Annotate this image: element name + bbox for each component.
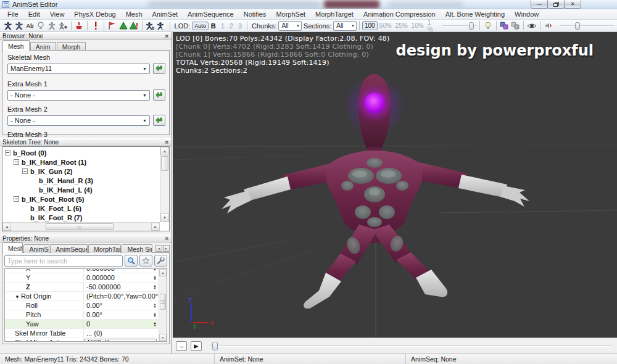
lod-3-button[interactable]: 3 <box>236 22 244 30</box>
soft-body-generate-icon[interactable] <box>129 21 139 31</box>
tree-vertical-scrollbar[interactable]: ▲ ▼ <box>160 147 169 222</box>
chunks-select[interactable]: All▼ <box>278 21 302 31</box>
tree-node-b-ik-foot-r[interactable]: b_IK_Foot_R (7) <box>2 213 159 222</box>
tab-prop-mesh-simp[interactable]: Mesh Simp <box>122 244 152 253</box>
tree-node-b-ik-gun[interactable]: b_IK_Gun (2) <box>2 167 159 176</box>
menu-morphtarget[interactable]: MorphTarget <box>310 9 358 20</box>
spinner-icon[interactable]: ▲▼ <box>152 303 158 308</box>
menu-physx-debug[interactable]: PhysX Debug <box>69 9 120 20</box>
properties-pane-header[interactable]: Properties: None ✕ <box>0 234 172 242</box>
property-row-rot-origin[interactable]: ▼Rot Origin (Pitch=0.00°,Yaw=0.00°,Roll <box>5 292 158 301</box>
property-row-pitch[interactable]: Pitch 0.00° ▲▼ <box>5 310 158 320</box>
clothing-flag-icon[interactable] <box>107 21 117 31</box>
tab-prop-morphtarget[interactable]: MorphTarget <box>88 244 121 253</box>
tab-scroll-right-icon[interactable]: ► <box>163 245 170 252</box>
restore-button[interactable] <box>547 0 565 9</box>
lod-1-button[interactable]: 1 <box>218 22 227 30</box>
collapse-icon[interactable] <box>22 168 28 174</box>
spinner-icon[interactable]: ▲▼ <box>152 284 158 289</box>
property-row-x[interactable]: X 0.000000 ▲▼ <box>5 268 158 273</box>
collapse-icon[interactable] <box>5 150 10 155</box>
bone-weight-clear-icon[interactable] <box>157 21 167 31</box>
tree-node-b-ik-hand-r[interactable]: b_IK_Hand_R (3) <box>2 176 159 185</box>
scrollbar-thumb[interactable]: ||| <box>46 223 114 230</box>
property-row-roll[interactable]: Roll 0.00° ▲▼ <box>5 301 158 310</box>
notifies-icon[interactable] <box>91 21 101 31</box>
show-raw-animation-icon[interactable] <box>58 21 68 31</box>
scrollbar-thumb[interactable] <box>160 294 166 310</box>
menu-mesh[interactable]: Mesh <box>121 9 147 20</box>
loop-toggle-button[interactable]: → <box>176 341 187 351</box>
menu-file[interactable]: File <box>2 9 23 20</box>
browser-pane-header[interactable]: Browser: None ✕ <box>0 32 172 40</box>
tab-morph[interactable]: Morph <box>57 42 86 51</box>
property-row-z[interactable]: Z -50.000000 ▲▼ <box>5 283 158 292</box>
bone-weight-view-icon[interactable]: b <box>146 21 155 31</box>
copy-transforms-disabled-icon[interactable] <box>510 21 520 31</box>
menu-morphset[interactable]: MorphSet <box>271 9 310 20</box>
tree-node-b-root[interactable]: b_Root (0) <box>2 148 159 157</box>
timeline-thumb[interactable] <box>212 342 218 350</box>
menu-animation-compression[interactable]: Animation Compression <box>358 9 441 20</box>
tab-anim[interactable]: Anim <box>30 42 56 51</box>
skeletal-mesh-select[interactable]: ManEnemy11▼ <box>7 64 150 74</box>
copy-transforms-icon[interactable] <box>500 21 510 31</box>
zoom-100-button[interactable]: 100 <box>362 21 378 30</box>
minimize-button[interactable]: — <box>531 0 548 9</box>
tree-horizontal-scrollbar[interactable]: ◄ ||| ► <box>2 222 160 231</box>
spinner-icon[interactable]: ▲▼ <box>152 275 158 280</box>
tree-node-b-ik-hand-root[interactable]: b_IK_Hand_Root (1) <box>2 157 159 167</box>
timeline-slider[interactable] <box>210 341 614 351</box>
collapse-icon[interactable] <box>14 196 19 202</box>
tab-prop-animset[interactable]: AnimSet <box>23 244 49 253</box>
scroll-up-icon[interactable]: ▲ <box>159 269 167 276</box>
lod-2-button[interactable]: 2 <box>227 22 236 30</box>
lod-base-button[interactable]: B <box>209 22 218 30</box>
zoom-1-button[interactable]: 1 % <box>426 19 439 33</box>
lighting-bulb-icon[interactable] <box>483 21 493 31</box>
show-skeleton-icon[interactable] <box>3 21 13 31</box>
spinner-icon[interactable]: ▲▼ <box>152 321 158 326</box>
use-selected-asset-button[interactable] <box>153 115 165 126</box>
zoom-10-button[interactable]: 10% <box>410 22 426 29</box>
menu-window[interactable]: Window <box>510 9 544 20</box>
use-selected-asset-button[interactable] <box>153 89 165 101</box>
tab-prop-animsequence[interactable]: AnimSequence <box>50 244 88 253</box>
property-row-y[interactable]: Y 0.000000 ▲▼ <box>5 273 158 283</box>
scroll-up-icon[interactable]: ▲ <box>160 147 169 155</box>
scroll-down-icon[interactable]: ▼ <box>159 334 167 341</box>
camera-follow-eye-icon[interactable] <box>527 21 537 31</box>
close-button[interactable]: ✕ <box>564 0 581 9</box>
playback-speed-slider[interactable] <box>560 21 615 31</box>
property-row-skel-mirror-axis[interactable]: Skel Mirror Axis AXIS_X▼ <box>5 338 158 342</box>
spinner-icon[interactable]: ▲▼ <box>152 312 158 317</box>
extra-mesh-2-select[interactable]: - None -▼ <box>7 115 150 126</box>
menu-notifies[interactable]: Notifies <box>239 9 271 20</box>
collapse-icon[interactable] <box>14 159 19 165</box>
scrollbar-thumb[interactable] <box>161 156 168 171</box>
advanced-wrench-icon[interactable] <box>154 255 167 267</box>
zoom-50-button[interactable]: 50% <box>378 22 394 29</box>
bone-labels-icon[interactable]: Ab <box>25 21 35 31</box>
grid-vertical-scrollbar[interactable]: ▲ ▼ <box>159 269 167 341</box>
viewport-canvas[interactable]: Z X Y LOD [0] Bones:70 Polys:24342 (Disp… <box>173 32 617 337</box>
play-button[interactable]: ▶ <box>191 341 202 351</box>
search-icon[interactable] <box>125 255 138 267</box>
tab-prop-mesh[interactable]: Mesh <box>2 242 23 253</box>
menu-edit[interactable]: Edit <box>23 9 45 20</box>
audio-notify-icon[interactable] <box>544 21 553 31</box>
favorites-star-icon[interactable] <box>139 255 152 267</box>
socket-manager-icon[interactable] <box>75 21 85 31</box>
skel-mirror-axis-select[interactable]: AXIS_X▼ <box>84 339 157 342</box>
close-icon[interactable]: ✕ <box>164 33 169 40</box>
menu-alt-bone-weighting[interactable]: Alt. Bone Weighting <box>441 9 510 20</box>
scroll-down-icon[interactable]: ▼ <box>160 213 169 222</box>
spinner-icon[interactable]: ▲▼ <box>152 268 158 271</box>
expand-icon[interactable]: ▼ <box>15 294 20 300</box>
tab-scroll-left-icon[interactable]: ◄ <box>155 245 162 252</box>
show-bone-names-icon[interactable] <box>14 21 24 31</box>
close-icon[interactable]: ✕ <box>164 235 169 242</box>
soft-body-icon[interactable] <box>118 21 128 31</box>
search-input[interactable] <box>4 255 123 267</box>
show-mesh-icon[interactable] <box>47 21 57 31</box>
